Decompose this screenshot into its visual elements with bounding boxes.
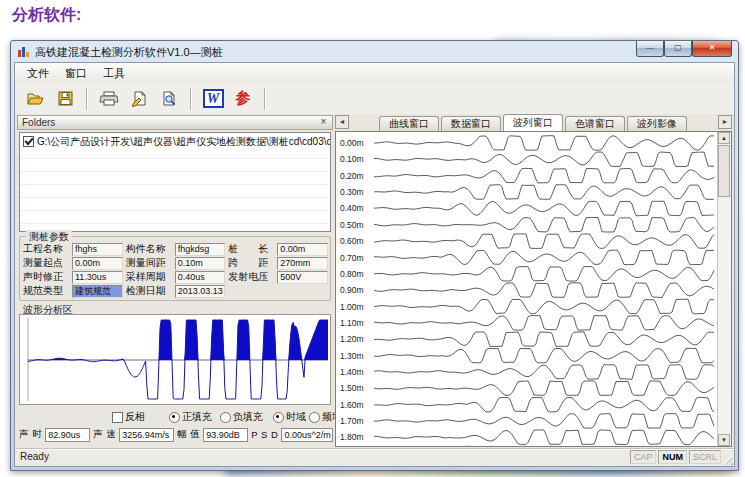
param-value[interactable]: 0.40us xyxy=(175,271,226,284)
save-button[interactable] xyxy=(53,87,77,111)
toolbar-separator xyxy=(190,88,192,110)
wave-trace xyxy=(374,316,714,331)
param-field: 测量间距0.10m xyxy=(126,256,226,270)
wave-trace xyxy=(374,365,714,380)
depth-label: 0.20m xyxy=(340,171,364,181)
tab-数据窗口[interactable]: 数据窗口 xyxy=(441,116,501,131)
wave-trace xyxy=(374,267,714,282)
window-title: 高铁建混凝土检测分析软件V1.0—测桩 xyxy=(35,45,223,60)
param-value[interactable]: 2013.03.13 xyxy=(175,285,226,298)
depth-label: 1.20m xyxy=(340,334,364,344)
menu-item-0[interactable]: 文件 xyxy=(19,64,57,83)
scroll-up-icon[interactable]: ▲ xyxy=(718,132,730,144)
app-icon xyxy=(18,46,31,57)
print-setup-button[interactable] xyxy=(127,87,151,111)
analysis-waveform-box[interactable] xyxy=(19,314,331,405)
depth-label: 0.70m xyxy=(340,253,364,263)
time-domain-radio[interactable] xyxy=(273,412,284,423)
wave-train-panel[interactable]: 0.00m0.10m0.20m0.30m0.40m0.50m0.60m0.70m… xyxy=(335,131,732,447)
measure-value[interactable]: 0.00us^2/m xyxy=(281,428,333,442)
param-grid: 工程名称fhghs构件名称fhgkdsg桩 长0.00m测量起点0.00m测量间… xyxy=(23,242,328,299)
folder-checkbox[interactable] xyxy=(23,136,34,147)
parameter-icon: 参 xyxy=(236,89,251,108)
param-value[interactable]: 500V xyxy=(277,271,328,284)
key-indicator-CAP: CAP xyxy=(630,450,657,464)
param-value[interactable]: 0.00m xyxy=(72,257,123,270)
negative-fill-label: 负填充 xyxy=(233,410,263,424)
folders-panel-header[interactable]: Folders × xyxy=(17,115,333,130)
wave-trace xyxy=(374,348,714,363)
measure-value[interactable]: 82.90us xyxy=(45,428,90,442)
param-label: 测量起点 xyxy=(23,256,69,270)
param-field: 桩 长0.00m xyxy=(228,242,328,256)
depth-label: 0.50m xyxy=(340,220,364,230)
positive-fill-radio[interactable] xyxy=(169,412,180,423)
time-domain-label: 时域 xyxy=(286,410,306,424)
window-body: 文件窗口工具 xyxy=(14,62,735,467)
depth-label: 0.30m xyxy=(340,187,364,197)
tab-scroll-left-icon[interactable]: ◄ xyxy=(335,115,349,129)
param-value[interactable]: 0.10m xyxy=(175,257,226,270)
time-domain-option[interactable]: 时域 xyxy=(273,410,306,424)
folders-close-icon[interactable]: × xyxy=(317,116,330,129)
param-field: 规范类型建筑规范 xyxy=(23,284,123,298)
param-label: 发射电压 xyxy=(228,270,274,284)
invert-checkbox[interactable] xyxy=(112,412,123,423)
wave-trace xyxy=(374,250,714,265)
measure-value[interactable]: 3256.94m/s xyxy=(119,428,174,442)
client-area: Folders × G:\公司产品设计开发\超声仪器\超声仪实地检测数据\测桩c… xyxy=(15,114,734,449)
scroll-down-icon[interactable]: ▼ xyxy=(718,434,730,446)
param-label: 跨 距 xyxy=(228,256,274,270)
param-value[interactable]: 270mm xyxy=(277,257,328,270)
tab-波列影像[interactable]: 波列影像 xyxy=(627,116,687,131)
folder-item[interactable]: G:\公司产品设计开发\超声仪器\超声仪实地检测数据\测桩cd\cd03\cd0… xyxy=(20,133,330,148)
vertical-scrollbar[interactable]: ▲ ▼ xyxy=(717,132,731,446)
menu-item-1[interactable]: 窗口 xyxy=(57,64,95,83)
negative-fill-option[interactable]: 负填充 xyxy=(220,410,263,424)
tab-曲线窗口[interactable]: 曲线窗口 xyxy=(379,116,439,131)
depth-label: 0.10m xyxy=(340,154,364,164)
scrollbar-thumb[interactable] xyxy=(718,145,730,197)
word-export-button[interactable]: W xyxy=(201,87,225,111)
depth-label: 1.80m xyxy=(340,432,364,442)
param-value[interactable]: 建筑规范 xyxy=(72,285,123,298)
depth-label: 0.40m xyxy=(340,203,364,213)
print-button[interactable] xyxy=(97,87,121,111)
minimize-button[interactable]: — xyxy=(636,41,664,57)
param-label: 检测日期 xyxy=(126,284,172,298)
depth-label: 0.90m xyxy=(340,285,364,295)
tab-scroll-right-icon[interactable]: ► xyxy=(718,115,732,129)
wave-train-plot: 0.00m0.10m0.20m0.30m0.40m0.50m0.60m0.70m… xyxy=(336,132,718,446)
open-button[interactable] xyxy=(23,87,47,111)
param-value[interactable]: fhgkdsg xyxy=(175,243,226,256)
measure-value[interactable]: 93.90dB xyxy=(203,428,248,442)
toolbar-separator xyxy=(264,88,266,110)
positive-fill-label: 正填充 xyxy=(182,410,212,424)
close-button[interactable]: ✕ xyxy=(692,41,732,57)
folder-list[interactable]: G:\公司产品设计开发\超声仪器\超声仪实地检测数据\测桩cd\cd03\cd0… xyxy=(19,132,331,232)
param-field: 采样周期0.40us xyxy=(126,270,226,284)
positive-fill-option[interactable]: 正填充 xyxy=(169,410,212,424)
negative-fill-radio[interactable] xyxy=(220,412,231,423)
param-field: 构件名称fhgkdsg xyxy=(126,242,226,256)
param-value[interactable]: fhghs xyxy=(72,243,123,256)
window-controls: — ▢ ✕ xyxy=(636,41,732,57)
tab-波列窗口[interactable]: 波列窗口 xyxy=(503,114,563,131)
maximize-button[interactable]: ▢ xyxy=(664,41,692,57)
param-field: 发射电压500V xyxy=(228,270,328,284)
param-value[interactable]: 0.00m xyxy=(277,243,328,256)
menu-item-2[interactable]: 工具 xyxy=(95,64,133,83)
preview-magnifier-icon xyxy=(160,90,178,108)
tab-色谱窗口[interactable]: 色谱窗口 xyxy=(565,116,625,131)
resize-grip[interactable] xyxy=(722,454,733,465)
invert-checkbox-option[interactable]: 反相 xyxy=(112,410,145,424)
depth-label: 0.60m xyxy=(340,236,364,246)
freq-domain-radio[interactable] xyxy=(309,412,320,423)
param-value[interactable]: 11.30us xyxy=(72,271,123,284)
folder-path: G:\公司产品设计开发\超声仪器\超声仪实地检测数据\测桩cd\cd03\cd0… xyxy=(37,135,330,149)
wave-trace xyxy=(374,201,714,216)
print-preview-button[interactable] xyxy=(157,87,181,111)
param-label: 采样周期 xyxy=(126,270,172,284)
parameter-button[interactable]: 参 xyxy=(231,87,255,111)
window-titlebar[interactable]: 高铁建混凝土检测分析软件V1.0—测桩 — ▢ ✕ xyxy=(11,41,738,62)
